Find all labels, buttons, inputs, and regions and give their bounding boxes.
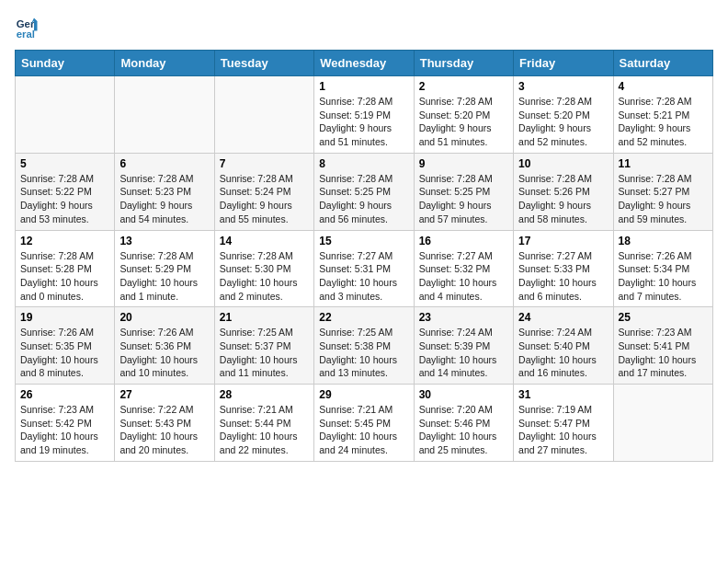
weekday-header-row: SundayMondayTuesdayWednesdayThursdayFrid… [16, 51, 713, 76]
day-info: Sunrise: 7:28 AM Sunset: 5:20 PM Dayligh… [518, 95, 608, 149]
svg-text:eral: eral [17, 29, 35, 40]
day-number: 29 [319, 388, 408, 401]
calendar-day-27: 27Sunrise: 7:22 AM Sunset: 5:43 PM Dayli… [115, 385, 214, 462]
calendar-day-10: 10Sunrise: 7:28 AM Sunset: 5:26 PM Dayli… [514, 153, 613, 230]
calendar-empty-cell [16, 76, 115, 154]
day-info: Sunrise: 7:27 AM Sunset: 5:33 PM Dayligh… [518, 249, 608, 304]
calendar-day-19: 19Sunrise: 7:26 AM Sunset: 5:35 PM Dayli… [16, 307, 115, 385]
weekday-header-thursday: Thursday [414, 51, 513, 76]
calendar-day-23: 23Sunrise: 7:24 AM Sunset: 5:39 PM Dayli… [414, 307, 513, 385]
calendar-day-8: 8Sunrise: 7:28 AM Sunset: 5:25 PM Daylig… [314, 153, 414, 230]
calendar-day-18: 18Sunrise: 7:26 AM Sunset: 5:34 PM Dayli… [613, 230, 712, 307]
day-number: 7 [220, 157, 309, 170]
day-info: Sunrise: 7:24 AM Sunset: 5:40 PM Dayligh… [518, 326, 608, 380]
day-number: 26 [20, 388, 109, 401]
calendar-day-20: 20Sunrise: 7:26 AM Sunset: 5:36 PM Dayli… [115, 307, 214, 385]
calendar-week-row: 12Sunrise: 7:28 AM Sunset: 5:28 PM Dayli… [16, 230, 713, 307]
calendar-week-row: 19Sunrise: 7:26 AM Sunset: 5:35 PM Dayli… [16, 307, 713, 385]
day-info: Sunrise: 7:28 AM Sunset: 5:25 PM Dayligh… [419, 172, 508, 226]
day-info: Sunrise: 7:27 AM Sunset: 5:32 PM Dayligh… [419, 249, 508, 304]
day-number: 4 [619, 80, 708, 93]
calendar-day-4: 4Sunrise: 7:28 AM Sunset: 5:21 PM Daylig… [613, 76, 712, 154]
calendar-day-29: 29Sunrise: 7:21 AM Sunset: 5:45 PM Dayli… [314, 385, 414, 462]
calendar-day-7: 7Sunrise: 7:28 AM Sunset: 5:24 PM Daylig… [214, 153, 313, 230]
day-info: Sunrise: 7:27 AM Sunset: 5:31 PM Dayligh… [319, 249, 408, 304]
day-number: 20 [119, 311, 209, 324]
calendar-day-1: 1Sunrise: 7:28 AM Sunset: 5:19 PM Daylig… [314, 76, 414, 154]
calendar-week-row: 1Sunrise: 7:28 AM Sunset: 5:19 PM Daylig… [16, 76, 713, 154]
day-number: 21 [220, 311, 309, 324]
calendar-empty-cell [214, 76, 313, 154]
day-info: Sunrise: 7:28 AM Sunset: 5:27 PM Dayligh… [619, 172, 708, 226]
day-info: Sunrise: 7:26 AM Sunset: 5:36 PM Dayligh… [119, 326, 209, 380]
calendar-day-24: 24Sunrise: 7:24 AM Sunset: 5:40 PM Dayli… [514, 307, 613, 385]
day-number: 3 [518, 80, 608, 93]
calendar-day-5: 5Sunrise: 7:28 AM Sunset: 5:22 PM Daylig… [16, 153, 115, 230]
day-info: Sunrise: 7:28 AM Sunset: 5:25 PM Dayligh… [319, 172, 408, 226]
calendar-empty-cell [613, 385, 712, 462]
calendar-day-21: 21Sunrise: 7:25 AM Sunset: 5:37 PM Dayli… [214, 307, 313, 385]
calendar-day-12: 12Sunrise: 7:28 AM Sunset: 5:28 PM Dayli… [16, 230, 115, 307]
day-number: 2 [419, 80, 508, 93]
weekday-header-friday: Friday [514, 51, 613, 76]
day-number: 1 [319, 80, 408, 93]
day-info: Sunrise: 7:22 AM Sunset: 5:43 PM Dayligh… [119, 403, 209, 457]
day-number: 24 [518, 311, 608, 324]
day-info: Sunrise: 7:28 AM Sunset: 5:30 PM Dayligh… [220, 249, 309, 304]
day-info: Sunrise: 7:28 AM Sunset: 5:21 PM Dayligh… [619, 95, 708, 149]
calendar-day-17: 17Sunrise: 7:27 AM Sunset: 5:33 PM Dayli… [514, 230, 613, 307]
day-info: Sunrise: 7:28 AM Sunset: 5:22 PM Dayligh… [20, 172, 109, 226]
weekday-header-wednesday: Wednesday [314, 51, 414, 76]
day-info: Sunrise: 7:25 AM Sunset: 5:37 PM Dayligh… [220, 326, 309, 380]
calendar-week-row: 5Sunrise: 7:28 AM Sunset: 5:22 PM Daylig… [16, 153, 713, 230]
day-number: 16 [419, 235, 508, 247]
calendar-day-9: 9Sunrise: 7:28 AM Sunset: 5:25 PM Daylig… [414, 153, 513, 230]
day-info: Sunrise: 7:28 AM Sunset: 5:24 PM Dayligh… [220, 172, 309, 226]
calendar-day-22: 22Sunrise: 7:25 AM Sunset: 5:38 PM Dayli… [314, 307, 414, 385]
calendar-week-row: 26Sunrise: 7:23 AM Sunset: 5:42 PM Dayli… [16, 385, 713, 462]
day-info: Sunrise: 7:28 AM Sunset: 5:19 PM Dayligh… [319, 95, 408, 149]
weekday-header-saturday: Saturday [613, 51, 712, 76]
calendar-day-30: 30Sunrise: 7:20 AM Sunset: 5:46 PM Dayli… [414, 385, 513, 462]
weekday-header-monday: Monday [115, 51, 214, 76]
day-number: 10 [518, 157, 608, 170]
day-number: 9 [419, 157, 508, 170]
day-info: Sunrise: 7:21 AM Sunset: 5:45 PM Dayligh… [319, 403, 408, 457]
day-number: 14 [220, 235, 309, 247]
day-number: 27 [119, 388, 209, 401]
day-info: Sunrise: 7:24 AM Sunset: 5:39 PM Dayligh… [419, 326, 508, 380]
calendar-day-26: 26Sunrise: 7:23 AM Sunset: 5:42 PM Dayli… [16, 385, 115, 462]
day-number: 19 [20, 311, 109, 324]
day-info: Sunrise: 7:25 AM Sunset: 5:38 PM Dayligh… [319, 326, 408, 380]
calendar-day-6: 6Sunrise: 7:28 AM Sunset: 5:23 PM Daylig… [115, 153, 214, 230]
day-info: Sunrise: 7:23 AM Sunset: 5:41 PM Dayligh… [619, 326, 708, 380]
day-info: Sunrise: 7:28 AM Sunset: 5:23 PM Dayligh… [119, 172, 209, 226]
calendar-table: SundayMondayTuesdayWednesdayThursdayFrid… [15, 50, 713, 462]
day-number: 17 [518, 235, 608, 247]
day-info: Sunrise: 7:28 AM Sunset: 5:28 PM Dayligh… [20, 249, 109, 304]
logo: Gen eral [15, 15, 44, 40]
day-info: Sunrise: 7:20 AM Sunset: 5:46 PM Dayligh… [419, 403, 508, 457]
calendar-day-14: 14Sunrise: 7:28 AM Sunset: 5:30 PM Dayli… [214, 230, 313, 307]
day-info: Sunrise: 7:21 AM Sunset: 5:44 PM Dayligh… [220, 403, 309, 457]
day-number: 8 [319, 157, 408, 170]
day-number: 30 [419, 388, 508, 401]
day-info: Sunrise: 7:28 AM Sunset: 5:26 PM Dayligh… [518, 172, 608, 226]
calendar-day-31: 31Sunrise: 7:19 AM Sunset: 5:47 PM Dayli… [514, 385, 613, 462]
calendar-day-3: 3Sunrise: 7:28 AM Sunset: 5:20 PM Daylig… [514, 76, 613, 154]
day-info: Sunrise: 7:28 AM Sunset: 5:20 PM Dayligh… [419, 95, 508, 149]
day-info: Sunrise: 7:19 AM Sunset: 5:47 PM Dayligh… [518, 403, 608, 457]
day-number: 25 [619, 311, 708, 324]
day-number: 11 [619, 157, 708, 170]
calendar-day-25: 25Sunrise: 7:23 AM Sunset: 5:41 PM Dayli… [613, 307, 712, 385]
day-number: 22 [319, 311, 408, 324]
day-info: Sunrise: 7:26 AM Sunset: 5:34 PM Dayligh… [619, 249, 708, 304]
day-number: 18 [619, 235, 708, 247]
day-number: 28 [220, 388, 309, 401]
day-number: 12 [20, 235, 109, 247]
calendar-empty-cell [115, 76, 214, 154]
day-number: 15 [319, 235, 408, 247]
calendar-day-16: 16Sunrise: 7:27 AM Sunset: 5:32 PM Dayli… [414, 230, 513, 307]
calendar-day-2: 2Sunrise: 7:28 AM Sunset: 5:20 PM Daylig… [414, 76, 513, 154]
day-number: 23 [419, 311, 508, 324]
